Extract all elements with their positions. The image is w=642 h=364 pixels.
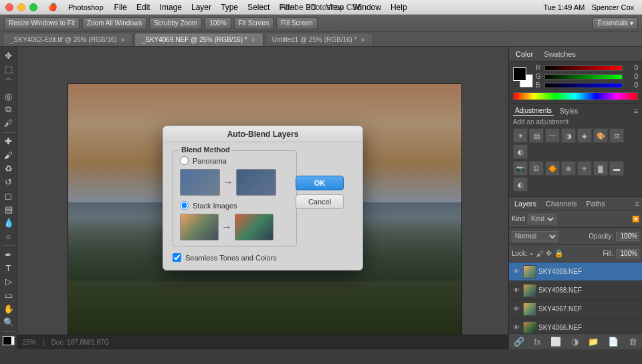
marquee-tool[interactable]: ⬚ [1,63,16,75]
menu-file[interactable]: File [114,3,127,12]
layer-visibility-icon[interactable]: 👁 [512,305,521,314]
layer-row[interactable]: 👁 SKY4066.NEF [509,319,642,333]
add-style-btn[interactable]: fx [534,337,541,347]
levels-adj[interactable]: ▤ [529,128,544,143]
history-brush-tool[interactable]: ↺ [1,176,16,188]
bw-adj[interactable]: ◐ [513,144,528,159]
layer-visibility-icon[interactable]: 👁 [512,286,521,295]
seamless-row[interactable]: Seamless Tones and Colors [173,253,353,262]
foreground-color-swatch[interactable] [3,336,12,345]
zoom-pct-btn[interactable]: 100% [205,17,231,29]
stack-radio[interactable] [180,201,189,210]
tab-2[interactable]: Untitled1 @ 25% (RGB/16) * ✕ [265,33,373,46]
hand-tool[interactable]: ✋ [1,303,16,315]
color-swatch[interactable] [1,335,16,347]
r-channel-bar[interactable] [544,65,623,71]
path-tool[interactable]: ▷ [1,276,16,288]
close-button[interactable] [5,3,13,11]
layer-row[interactable]: 👁 SKY4069.NEF [509,262,642,281]
panorama-row[interactable]: Panorama [180,156,290,165]
lasso-tool[interactable]: ⌒ [1,77,16,89]
delete-layer-btn[interactable]: 🗑 [629,337,637,347]
essentials-btn[interactable]: Essentials ▾ [593,17,638,29]
adjustments-tab[interactable]: Adjustments [513,106,554,116]
eraser-tool[interactable]: ◻ [1,190,16,202]
pen-tool[interactable]: ✒ [1,248,16,260]
layers-panel-menu[interactable]: ≡ [635,200,639,208]
menu-help[interactable]: Help [391,3,407,12]
layer-row[interactable]: 👁 SKY4067.NEF [509,300,642,319]
layer-row[interactable]: 👁 SKY4068.NEF [509,281,642,300]
ok-button[interactable]: OK [296,176,344,190]
new-adj-layer-btn[interactable]: ◑ [571,337,578,347]
zoom-tool[interactable]: 🔍 [1,317,16,329]
fill-input[interactable]: 100% [616,249,639,258]
menu-apple[interactable]: 🍎 [48,3,58,11]
opacity-input[interactable]: 100% [616,232,639,241]
new-group-btn[interactable]: 📁 [588,337,599,347]
layer-visibility-icon[interactable]: 👁 [512,323,521,333]
colorbalance-adj[interactable]: ⚖ [609,128,624,143]
tab-0[interactable]: _SKY4062-Edit.tif @ 26% (RGB/16) ✕ [3,33,133,46]
move-tool[interactable]: ✥ [1,49,16,61]
eyedropper-tool[interactable]: 🖋 [1,118,16,130]
layers-tab[interactable]: Layers [512,198,539,209]
selectivecolor-adj[interactable]: ◐ [513,177,528,192]
tab-0-close[interactable]: ✕ [120,37,126,43]
fg-swatch[interactable] [513,67,526,81]
blur-tool[interactable]: 💧 [1,217,16,229]
brightness-adj[interactable]: ☀ [513,128,528,143]
gradientmap-adj[interactable]: ▬ [609,161,624,176]
b-channel-bar[interactable] [544,83,623,88]
brush-tool[interactable]: 🖌 [1,149,16,161]
add-mask-btn[interactable]: ⬜ [550,337,561,347]
styles-tab[interactable]: Styles [558,107,580,116]
paths-tab[interactable]: Paths [584,198,608,209]
menu-type[interactable]: Type [221,3,238,12]
menu-photoshop[interactable]: Photoshop [68,3,104,11]
menu-image[interactable]: Image [160,3,182,12]
color-tab[interactable]: Color [513,49,536,59]
filter-icon[interactable]: 🔽 [632,216,639,222]
menu-edit[interactable]: Edit [136,3,150,12]
zoom-all-btn[interactable]: Zoom All Windows [82,17,146,29]
photofilter-adj[interactable]: 📷 [513,161,528,176]
color-spectrum[interactable] [513,92,638,100]
lock-transparent-icon[interactable]: ▪ [530,250,533,258]
lock-pixels-icon[interactable]: 🖌 [536,250,543,258]
clone-tool[interactable]: ♻ [1,162,16,174]
colorlookup-adj[interactable]: 🔶 [545,161,560,176]
fill-screen-btn[interactable]: Fill Screen [276,17,317,29]
swatches-tab[interactable]: Swatches [541,49,578,59]
blend-mode-select[interactable]: Normal [512,231,558,242]
menu-layer[interactable]: Layer [191,3,211,12]
exposure-adj[interactable]: ◑ [561,128,576,143]
healing-tool[interactable]: ✚ [1,136,16,148]
vibrance-adj[interactable]: ◈ [577,128,592,143]
layer-visibility-icon[interactable]: 👁 [512,267,521,277]
scrubby-zoom-btn[interactable]: Scrubby Zoom [149,17,202,29]
menu-select[interactable]: Select [247,3,270,12]
cancel-button[interactable]: Cancel [296,194,344,209]
minimize-button[interactable] [17,3,25,11]
shape-tool[interactable]: ▭ [1,289,16,301]
threshold-adj[interactable]: ▓ [593,161,608,176]
crop-tool[interactable]: ⧉ [1,104,16,116]
tab-1-close[interactable]: ✕ [251,37,256,43]
link-layers-btn[interactable]: 🔗 [514,337,524,347]
lock-all-icon[interactable]: 🔒 [554,249,564,258]
g-channel-bar[interactable] [544,74,623,79]
stack-images-row[interactable]: Stack Images [180,201,290,210]
fg-bg-swatches[interactable] [513,67,533,87]
canvas-area[interactable]: Auto-Blend Layers Blend Method Panorama [17,47,508,349]
lock-position-icon[interactable]: ✥ [546,249,552,258]
hsl-adj[interactable]: 🎨 [593,128,608,143]
tab-2-close[interactable]: ✕ [360,37,366,43]
adj-panel-menu[interactable]: ≡ [634,107,638,115]
seamless-checkbox[interactable] [173,253,181,262]
channelmixer-adj[interactable]: Ω [529,161,544,176]
maximize-button[interactable] [29,3,37,11]
resize-windows-btn[interactable]: Resize Windows to Fit [4,17,80,29]
new-layer-btn[interactable]: 📄 [608,337,619,347]
curves-adj[interactable]: 〰 [545,128,560,143]
